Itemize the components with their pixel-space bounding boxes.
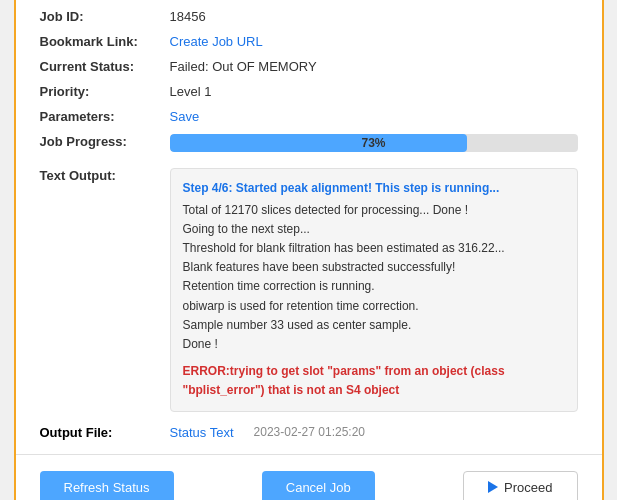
job-progress-row: Job Progress: 73%: [40, 129, 578, 157]
priority-row: Priority: Level 1: [40, 79, 578, 104]
priority-label: Priority:: [40, 84, 170, 99]
current-status-row: Current Status: Failed: Out OF MEMORY: [40, 54, 578, 79]
play-icon: [488, 481, 498, 493]
progress-label: 73%: [170, 136, 578, 150]
footer-buttons: Refresh Status Cancel Job Proceed: [16, 461, 602, 500]
progress-bar-container: 73%: [170, 134, 578, 152]
text-output-step: Step 4/6: Started peak alignment! This s…: [183, 179, 565, 198]
job-id-label: Job ID:: [40, 9, 170, 24]
output-file-row: Output File: Status Text 2023-02-27 01:2…: [40, 417, 578, 448]
current-status-label: Current Status:: [40, 59, 170, 74]
output-file-link[interactable]: Status Text: [170, 425, 234, 440]
text-output-line: Total of 12170 slices detected for proce…: [183, 201, 565, 220]
text-output-line: Done !: [183, 335, 565, 354]
job-status-dialog: Job Status Job ID: 18456 Bookmark Link: …: [14, 0, 604, 500]
footer-divider: [16, 454, 602, 455]
bookmark-link-row: Bookmark Link: Create Job URL: [40, 29, 578, 54]
text-output-line: Threshold for blank filtration has been …: [183, 239, 565, 258]
output-file-values: Status Text 2023-02-27 01:25:20: [170, 425, 366, 440]
text-output-label: Text Output:: [40, 168, 170, 183]
text-output-error: ERROR:trying to get slot "params" from a…: [183, 362, 565, 400]
text-output-area: Step 4/6: Started peak alignment! This s…: [170, 168, 578, 411]
dialog-content: Job ID: 18456 Bookmark Link: Create Job …: [16, 4, 602, 447]
text-output-line: Retention time correction is running.: [183, 277, 565, 296]
proceed-button[interactable]: Proceed: [463, 471, 577, 500]
current-status-value: Failed: Out OF MEMORY: [170, 59, 578, 74]
bookmark-link[interactable]: Create Job URL: [170, 34, 263, 49]
output-file-label: Output File:: [40, 425, 170, 440]
job-id-row: Job ID: 18456: [40, 4, 578, 29]
job-id-value: 18456: [170, 9, 578, 24]
proceed-label: Proceed: [504, 480, 552, 495]
parameters-label: Parameters:: [40, 109, 170, 124]
bookmark-link-label: Bookmark Link:: [40, 34, 170, 49]
priority-value: Level 1: [170, 84, 578, 99]
text-output-row: Text Output: Step 4/6: Started peak alig…: [40, 163, 578, 416]
output-file-timestamp: 2023-02-27 01:25:20: [254, 425, 365, 439]
parameters-link[interactable]: Save: [170, 109, 200, 124]
text-output-line: Going to the next step...: [183, 220, 565, 239]
text-output-line: Blank features have been substracted suc…: [183, 258, 565, 277]
cancel-job-button[interactable]: Cancel Job: [262, 471, 375, 500]
parameters-row: Parameters: Save: [40, 104, 578, 129]
text-output-line: obiwarp is used for retention time corre…: [183, 297, 565, 316]
job-progress-label: Job Progress:: [40, 134, 170, 149]
refresh-status-button[interactable]: Refresh Status: [40, 471, 174, 500]
text-output-line: Sample number 33 used as center sample.: [183, 316, 565, 335]
